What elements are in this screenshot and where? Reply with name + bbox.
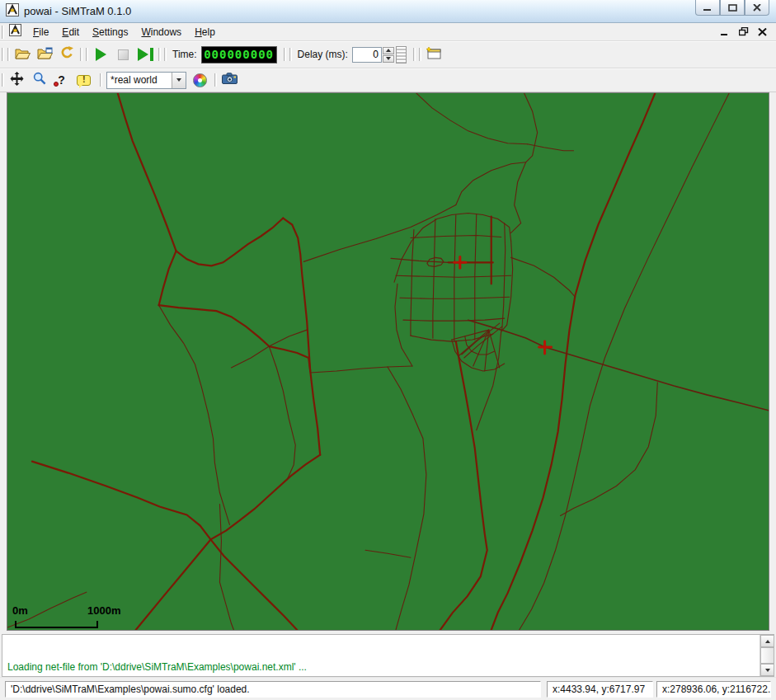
road: [310, 366, 412, 373]
road: [159, 251, 176, 305]
toolbar-grip[interactable]: [2, 48, 4, 61]
toolbar-grip[interactable]: [7, 48, 10, 61]
zoom-button[interactable]: [29, 70, 49, 90]
reload-button[interactable]: [57, 45, 78, 64]
combobox-dropdown-button[interactable]: [172, 73, 186, 88]
new-view-button[interactable]: [424, 45, 444, 64]
magnifier-icon: [33, 72, 46, 88]
coloring-scheme-value: *real world: [107, 74, 172, 86]
delay-spin-down-button[interactable]: [383, 55, 394, 63]
locate-question-icon: ?: [58, 73, 65, 87]
road: [520, 93, 729, 630]
title-bar: powai - SiMTraM 0.1.0: [0, 0, 776, 23]
delay-spin-up-button[interactable]: [383, 47, 394, 54]
toolbar-grip[interactable]: [284, 48, 286, 61]
road: [231, 330, 307, 368]
delay-label: Delay (ms):: [298, 49, 348, 60]
toolbar-grip[interactable]: [80, 48, 82, 61]
tooltip-toggle-button[interactable]: [73, 70, 94, 90]
menu-file[interactable]: File: [26, 24, 55, 40]
toolbar-grip[interactable]: [289, 48, 292, 61]
mdi-child-icon: [9, 24, 21, 40]
application-window: powai - SiMTraM 0.1.0 File Edit Settings…: [0, 0, 776, 700]
road: [32, 462, 297, 630]
minimize-button[interactable]: [695, 0, 720, 16]
status-bar: 'D:\ddrive\SiMTraM\Examples\powai.sumo.c…: [0, 677, 776, 700]
tooltip-bubble-icon: [77, 75, 91, 86]
log-scrollbar[interactable]: [760, 635, 774, 676]
toolbar-grip[interactable]: [158, 48, 161, 61]
time-display: 000000000: [201, 46, 277, 63]
status-message: 'D:\ddrive\SiMTraM\Examples\powai.sumo.c…: [5, 681, 541, 698]
scale-end-label: 1000m: [87, 604, 120, 617]
toolbar-grip[interactable]: [413, 48, 416, 61]
road: [269, 346, 295, 480]
color-wheel-icon: [193, 73, 207, 87]
toolbar-grip[interactable]: [419, 48, 421, 61]
maximize-button[interactable]: [720, 0, 745, 16]
open-network-button[interactable]: [35, 45, 55, 64]
open-network-icon: [37, 47, 53, 63]
step-button[interactable]: [135, 45, 156, 64]
log-line: Loading net-file from 'D:\ddrive\SiMTraM…: [7, 661, 757, 674]
recenter-view-button[interactable]: [7, 70, 27, 90]
road: [176, 218, 284, 266]
road: [303, 205, 456, 262]
map-canvas[interactable]: 0m 1000m: [7, 92, 769, 631]
stop-button[interactable]: [113, 45, 134, 64]
toolbar-grip[interactable]: [100, 73, 102, 87]
road: [411, 229, 414, 336]
road: [411, 235, 501, 237]
close-button[interactable]: [745, 0, 769, 16]
scale-start-label: 0m: [12, 604, 28, 617]
recenter-icon: [10, 72, 24, 89]
snapshot-button[interactable]: [219, 70, 240, 90]
menu-edit[interactable]: Edit: [55, 24, 86, 40]
locate-button[interactable]: ?: [51, 70, 72, 90]
toolbar-grip[interactable]: [2, 73, 4, 87]
scroll-down-button[interactable]: [760, 664, 774, 676]
road: [454, 215, 456, 342]
delay-spinner: [383, 47, 394, 63]
road: [159, 305, 270, 346]
menu-bar: File Edit Settings Windows Help: [0, 23, 776, 41]
mdi-minimize-button[interactable]: [716, 25, 733, 39]
scroll-up-button[interactable]: [760, 635, 774, 647]
road: [511, 257, 576, 297]
road: [440, 341, 487, 630]
toolbar-grip[interactable]: [214, 73, 217, 87]
delay-dial[interactable]: [396, 46, 407, 63]
mdi-close-button[interactable]: [754, 25, 771, 39]
view-toolbar: ? *real world: [0, 68, 776, 92]
scale-bar: [15, 621, 98, 628]
road: [219, 504, 233, 630]
road: [395, 284, 412, 366]
simulation-toolbar: Time: 000000000 Delay (ms):: [0, 41, 776, 68]
road: [118, 93, 176, 251]
toolbar-grip[interactable]: [2, 26, 4, 39]
toolbar-grip[interactable]: [86, 48, 88, 61]
menu-windows[interactable]: Windows: [134, 24, 188, 40]
mdi-restore-button[interactable]: [735, 25, 752, 39]
road: [136, 455, 321, 630]
road: [477, 331, 501, 430]
coloring-scheme-combobox[interactable]: *real world: [106, 72, 186, 89]
window-title: powai - SiMTraM 0.1.0: [24, 5, 131, 17]
play-button[interactable]: [91, 45, 111, 64]
reload-icon: [60, 46, 74, 63]
toolbar-grip[interactable]: [164, 48, 167, 61]
open-config-button[interactable]: [12, 45, 33, 64]
road: [396, 275, 511, 277]
scrollbar-thumb[interactable]: [760, 647, 774, 664]
menu-settings[interactable]: Settings: [86, 24, 134, 40]
new-window-icon: [426, 47, 441, 63]
play-icon: [96, 48, 106, 61]
edit-coloring-button[interactable]: [190, 70, 210, 90]
delay-input[interactable]: [352, 47, 382, 63]
message-log: Loading net-file from 'D:\ddrive\SiMTraM…: [2, 634, 774, 677]
menu-help[interactable]: Help: [188, 24, 222, 40]
road: [502, 223, 506, 331]
road: [491, 93, 656, 630]
road: [468, 320, 769, 411]
road: [391, 258, 449, 262]
